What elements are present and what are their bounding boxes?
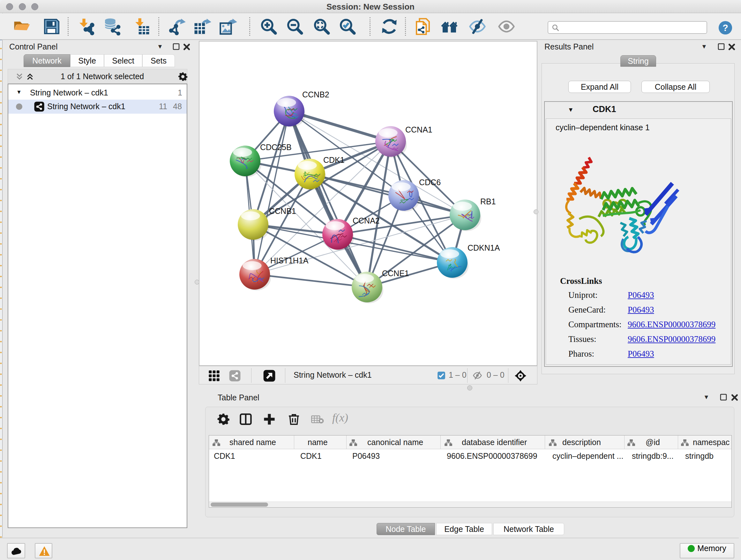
svg-text:CDC25B: CDC25B (260, 143, 292, 152)
svg-text:HIST1H1A: HIST1H1A (270, 256, 309, 265)
svg-text:?: ? (723, 23, 728, 33)
svg-text:CCNB1: CCNB1 (269, 206, 296, 215)
svg-text:CCNA1: CCNA1 (405, 125, 432, 134)
svg-text:CDC6: CDC6 (419, 178, 441, 187)
svg-text:CCNA2: CCNA2 (353, 216, 380, 225)
svg-text:RB1: RB1 (480, 197, 496, 206)
svg-text:CDKN1A: CDKN1A (468, 243, 500, 252)
svg-text:CCNB2: CCNB2 (302, 90, 329, 99)
svg-text:CCNE1: CCNE1 (382, 269, 409, 278)
svg-text:CDK1: CDK1 (323, 155, 345, 165)
